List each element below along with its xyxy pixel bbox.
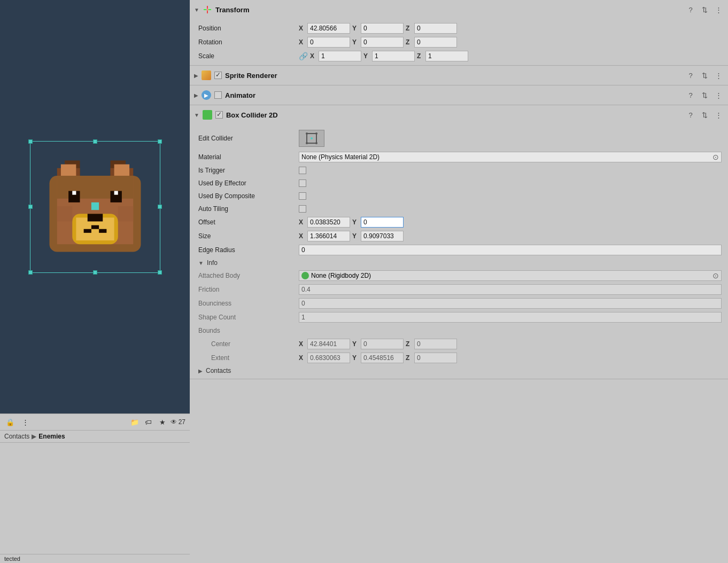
breadcrumb-item-prefabs[interactable]: Contacts <box>4 433 29 440</box>
handle-ml[interactable] <box>28 205 33 209</box>
box-collider-menu-btn[interactable]: ⋮ <box>713 110 724 120</box>
box-collider-section: Box Collider 2D ? ⇅ ⋮ Edit Collider <box>190 105 728 379</box>
more-options-button[interactable]: ⋮ <box>19 416 31 428</box>
box-collider-toggle[interactable] <box>194 112 199 118</box>
animator-help-btn[interactable]: ? <box>685 90 696 100</box>
used-by-composite-row: Used By Composite <box>190 190 728 202</box>
sprite-renderer-toggle[interactable] <box>194 73 198 79</box>
transform-settings-btn[interactable]: ⇅ <box>699 4 710 15</box>
box-collider-help-btn[interactable]: ? <box>685 110 696 120</box>
offset-x-input[interactable] <box>307 217 350 228</box>
contacts-toggle[interactable] <box>198 368 203 374</box>
breadcrumb-item-enemies[interactable]: Enemies <box>38 433 65 440</box>
used-by-composite-checkbox[interactable] <box>299 192 306 200</box>
is-trigger-row: Is Trigger <box>190 164 728 177</box>
svg-point-31 <box>315 142 317 144</box>
svg-rect-20 <box>118 206 133 222</box>
animator-toggle[interactable] <box>194 92 198 98</box>
used-by-effector-checkbox[interactable] <box>299 179 306 187</box>
transform-header[interactable]: Transform ? ⇅ ⋮ <box>190 0 728 19</box>
transform-icon <box>203 5 212 14</box>
edge-radius-input[interactable] <box>299 245 722 255</box>
rotation-row: Rotation X Y Z <box>190 35 728 49</box>
size-y-input[interactable] <box>361 231 404 241</box>
lock-button[interactable]: 🔒 <box>4 416 16 428</box>
offset-row: Offset X Y <box>190 215 728 229</box>
material-field[interactable]: None (Physics Material 2D) ⊙ <box>299 152 722 162</box>
sprite-renderer-header[interactable]: Sprite Renderer ? ⇅ ⋮ <box>190 66 728 85</box>
animator-enabled[interactable] <box>214 91 222 99</box>
edit-collider-button[interactable] <box>299 130 324 147</box>
handle-tm[interactable] <box>93 139 97 144</box>
bounds-extent-x-input <box>307 353 350 363</box>
is-trigger-checkbox[interactable] <box>299 167 306 174</box>
position-z-input[interactable] <box>414 23 457 34</box>
box-collider-settings-btn[interactable]: ⇅ <box>699 110 710 120</box>
info-toggle[interactable] <box>198 260 204 266</box>
scale-x-input[interactable] <box>319 51 361 61</box>
svg-point-30 <box>306 142 308 144</box>
offset-y-label: Y <box>352 218 359 226</box>
svg-rect-16 <box>91 225 98 229</box>
auto-tiling-checkbox[interactable] <box>299 205 306 213</box>
size-values: X Y <box>299 231 722 241</box>
transform-toggle[interactable] <box>194 7 199 13</box>
offset-y-input[interactable] <box>361 217 404 228</box>
is-trigger-label: Is Trigger <box>198 167 295 174</box>
shape-count-row: Shape Count <box>190 310 728 324</box>
attached-body-label: Attached Body <box>198 272 295 279</box>
box-collider-enabled[interactable] <box>215 111 223 119</box>
transform-help-btn[interactable]: ? <box>685 4 696 15</box>
rotation-y-input[interactable] <box>361 37 404 48</box>
svg-point-28 <box>306 132 308 135</box>
transform-properties: Position X Y Z Rotation X Y Z <box>190 19 728 65</box>
handle-mr[interactable] <box>158 205 162 209</box>
rotation-x-input[interactable] <box>307 37 350 48</box>
handle-tl[interactable] <box>28 139 33 144</box>
transform-menu-btn[interactable]: ⋮ <box>713 4 724 15</box>
handle-bl[interactable] <box>28 270 33 275</box>
info-header[interactable]: Info <box>190 257 728 269</box>
sprite-renderer-settings-btn[interactable]: ⇅ <box>699 70 710 81</box>
position-x-label: X <box>299 25 305 32</box>
handle-bm[interactable] <box>93 270 97 275</box>
label-icon-button[interactable]: 🏷 <box>143 416 154 428</box>
material-picker-icon[interactable]: ⊙ <box>712 153 719 161</box>
collider-center-handle[interactable] <box>93 205 97 209</box>
sprite-renderer-menu-btn[interactable]: ⋮ <box>713 70 724 81</box>
animator-icon: ▶ <box>202 90 211 100</box>
sprite-renderer-enabled[interactable] <box>214 72 222 79</box>
box-collider-header[interactable]: Box Collider 2D ? ⇅ ⋮ <box>190 105 728 124</box>
handle-tr[interactable] <box>158 139 162 144</box>
position-values: X Y Z <box>299 23 722 34</box>
file-list[interactable] <box>0 443 190 554</box>
edit-collider-label: Edit Collider <box>198 135 295 142</box>
animator-menu-btn[interactable]: ⋮ <box>713 90 724 100</box>
bounds-label: Bounds <box>198 327 295 334</box>
contacts-header[interactable]: Contacts <box>190 365 728 377</box>
size-x-input[interactable] <box>307 231 350 241</box>
edit-collider-row: Edit Collider <box>190 127 728 150</box>
folder-icon-button[interactable]: 📁 <box>129 416 141 428</box>
bounds-extent-y-input <box>361 353 404 363</box>
animator-header[interactable]: ▶ Animator ? ⇅ ⋮ <box>190 85 728 105</box>
attached-body-picker-icon[interactable]: ⊙ <box>712 271 719 280</box>
rotation-label: Rotation <box>198 38 295 46</box>
bounds-extent-z-input <box>414 353 457 363</box>
position-y-input[interactable] <box>361 23 404 34</box>
scale-z-input[interactable] <box>425 51 468 61</box>
edge-radius-values <box>299 245 722 255</box>
attached-body-field[interactable]: None (Rigidbody 2D) ⊙ <box>299 270 722 281</box>
center-x-label: X <box>299 340 305 348</box>
scale-row: Scale 🔗 X Y Z <box>190 49 728 63</box>
animator-settings-btn[interactable]: ⇅ <box>699 90 710 100</box>
bounds-extent-row: Extent X Y Z <box>190 351 728 365</box>
size-row: Size X Y <box>190 229 728 243</box>
sprite-renderer-help-btn[interactable]: ? <box>685 70 696 81</box>
star-icon-button[interactable]: ★ <box>157 416 168 428</box>
position-x-input[interactable] <box>307 23 350 34</box>
handle-br[interactable] <box>158 270 162 275</box>
scale-y-input[interactable] <box>372 51 415 61</box>
box-collider-actions: ? ⇅ ⋮ <box>685 110 724 120</box>
rotation-z-input[interactable] <box>414 37 457 48</box>
